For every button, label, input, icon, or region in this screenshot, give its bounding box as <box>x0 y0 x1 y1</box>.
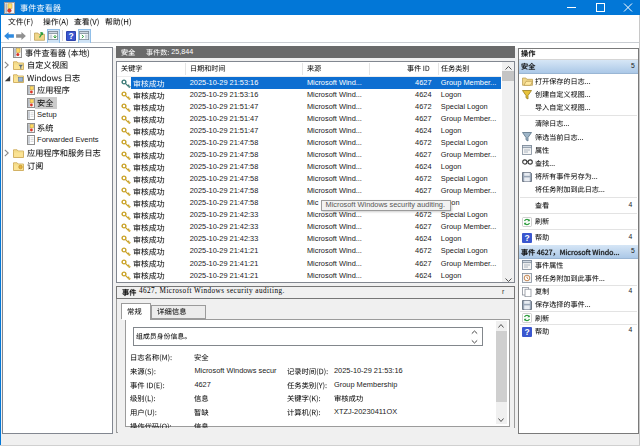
svg-text:?: ? <box>524 233 529 243</box>
svg-text:?: ? <box>68 31 73 41</box>
svg-text:?: ? <box>524 327 529 337</box>
